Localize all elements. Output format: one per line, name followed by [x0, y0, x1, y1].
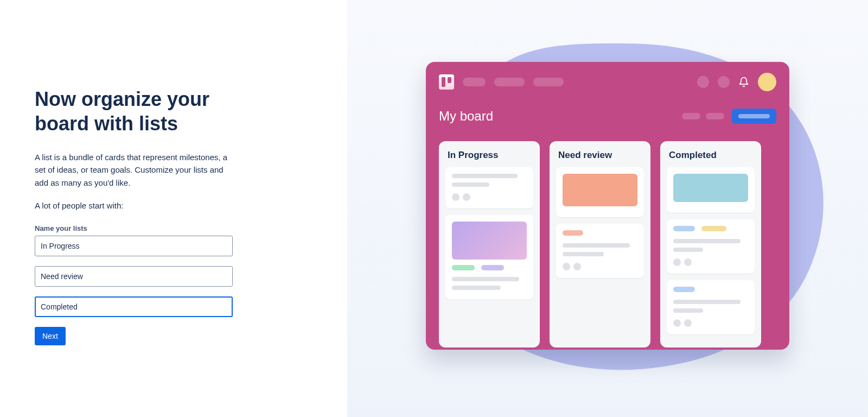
- preview-pane: My board In Progress: [347, 0, 868, 417]
- preview-card: [667, 280, 755, 334]
- name-lists-label: Name your lists: [35, 224, 298, 232]
- header-placeholder-circle: [718, 76, 730, 88]
- list-name-input-1[interactable]: [35, 236, 233, 256]
- page-title: Now organize your board with lists: [35, 87, 241, 136]
- preview-list-2: Need review: [550, 141, 650, 348]
- page-subdescription: A lot of people start with:: [35, 201, 298, 210]
- bell-icon: [738, 77, 749, 87]
- preview-card: [556, 167, 644, 217]
- preview-list-title: Need review: [558, 150, 643, 161]
- next-button[interactable]: Next: [35, 327, 66, 345]
- header-placeholder-circle: [697, 76, 709, 88]
- avatar: [758, 73, 776, 91]
- header-placeholder: [494, 78, 525, 86]
- preview-list-3: Completed: [660, 141, 761, 348]
- preview-card: [445, 167, 533, 208]
- header-placeholder: [463, 78, 486, 86]
- board-preview: My board In Progress: [426, 62, 789, 350]
- preview-card: [667, 167, 755, 213]
- board-title: My board: [439, 109, 682, 124]
- preview-list-1: In Progress: [439, 141, 540, 348]
- preview-lists: In Progress Need review: [439, 141, 776, 348]
- list-name-input-3[interactable]: [35, 296, 233, 317]
- trello-logo-icon: [439, 74, 454, 90]
- preview-card: [445, 215, 533, 300]
- header-placeholder: [533, 78, 564, 86]
- board-preview-header: [439, 72, 776, 92]
- title-placeholder: [706, 113, 724, 119]
- preview-action-button: [732, 109, 776, 124]
- list-name-input-2[interactable]: [35, 266, 233, 287]
- onboarding-form-pane: Now organize your board with lists A lis…: [0, 0, 347, 417]
- page-description: A list is a bundle of cards that represe…: [35, 151, 235, 189]
- preview-card: [667, 219, 755, 274]
- board-title-row: My board: [439, 108, 776, 125]
- preview-list-title: In Progress: [448, 150, 532, 161]
- preview-list-title: Completed: [669, 150, 754, 161]
- preview-card: [556, 224, 644, 278]
- title-placeholder: [682, 113, 700, 119]
